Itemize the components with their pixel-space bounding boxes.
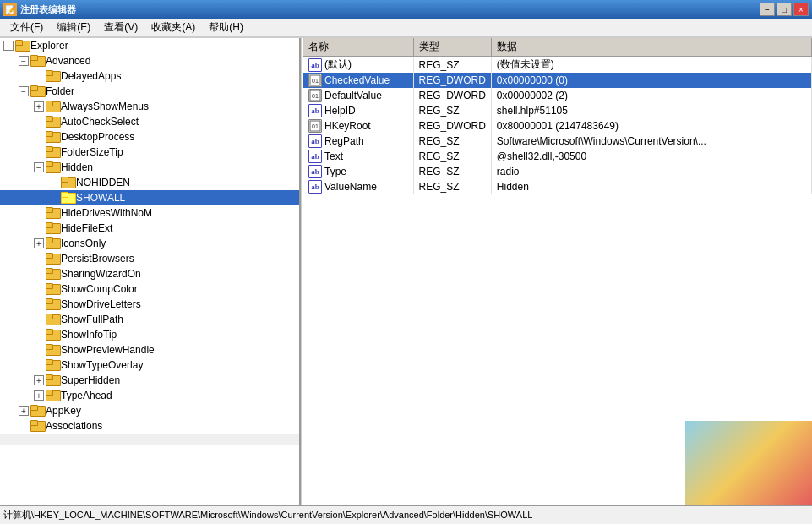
table-row-regpath[interactable]: abRegPathREG_SZSoftware\Microsoft\Window… (303, 134, 812, 149)
tree-node-foldersizetip[interactable]: FolderSizeTip (0, 145, 299, 160)
tree-hscroll[interactable] (0, 434, 299, 445)
cell-type-default: REG_SZ (413, 57, 491, 74)
tree-node-explorer[interactable]: −Explorer (0, 38, 299, 53)
tree-node-autocheckselect[interactable]: AutoCheckSelect (0, 114, 299, 129)
table-row-default[interactable]: ab(默认)REG_SZ(数值未设置) (303, 57, 812, 74)
menu-file[interactable]: 文件(F) (3, 19, 50, 36)
tree-pane[interactable]: −Explorer−AdvancedDelayedApps−Folder+Alw… (0, 38, 300, 505)
restore-button[interactable]: □ (777, 3, 792, 16)
close-button[interactable]: × (793, 3, 809, 16)
node-label-showcompcolor: ShowCompColor (61, 283, 138, 295)
tree-node-delayedapps[interactable]: DelayedApps (0, 68, 299, 84)
folder-icon-superhidden (46, 374, 59, 387)
folder-icon-explorer (15, 39, 29, 52)
cell-type-type_row: REG_SZ (413, 164, 491, 179)
tree-node-hidedriveswhinom[interactable]: HideDrivesWithNoM (0, 205, 299, 221)
tree-node-showdriveletters[interactable]: ShowDriveLetters (0, 297, 299, 312)
folder-icon-showcompcolor (46, 282, 59, 296)
cell-type-regpath: REG_SZ (413, 134, 491, 149)
expand-btn-folder[interactable]: − (19, 86, 29, 96)
node-label-desktopprocess: DesktopProcess (61, 131, 134, 143)
tree-node-nohidden[interactable]: NOHIDDEN (0, 175, 299, 190)
expand-btn-appkey[interactable]: + (19, 406, 29, 416)
tree-node-showcompcolor[interactable]: ShowCompColor (0, 281, 299, 297)
status-bar: 计算机\HKEY_LOCAL_MACHINE\SOFTWARE\Microsof… (0, 505, 812, 524)
menu-edit[interactable]: 编辑(E) (50, 19, 97, 36)
title-bar-left: 📝 注册表编辑器 (3, 3, 76, 16)
name-text-text: Text (324, 150, 343, 162)
expand-btn-iconsonly[interactable]: + (34, 238, 44, 248)
node-label-showdriveletters: ShowDriveLetters (61, 298, 141, 310)
folder-icon-appkey (30, 404, 44, 418)
col-data[interactable]: 数据 (491, 38, 811, 57)
node-label-folder: Folder (46, 85, 74, 97)
menu-favorites[interactable]: 收藏夹(A) (144, 19, 202, 36)
expand-btn-alwaysshowmenus[interactable]: + (34, 101, 44, 112)
expand-btn-hidden[interactable]: − (34, 162, 44, 172)
folder-icon-alwaysshowmenus (46, 100, 59, 113)
expand-btn-superhidden[interactable]: + (34, 375, 44, 385)
name-text-regpath: RegPath (324, 135, 364, 147)
cell-name-regpath: abRegPath (303, 134, 413, 149)
tree-node-superhidden[interactable]: +SuperHidden (0, 373, 299, 388)
tree-node-persistbrowsers[interactable]: PersistBrowsers (0, 251, 299, 266)
reg-icon-type_row: ab (308, 165, 322, 178)
col-type[interactable]: 类型 (413, 38, 491, 57)
table-row-text[interactable]: abTextREG_SZ@shell32.dll,-30500 (303, 149, 812, 164)
tree-node-typeahead[interactable]: +TypeAhead (0, 388, 299, 403)
tree-node-showtypeoverlay[interactable]: ShowTypeOverlay (0, 358, 299, 373)
cell-name-hkeyroot: 01HKeyRoot (303, 118, 413, 134)
tree-node-showpreviewhandle[interactable]: ShowPreviewHandle (0, 342, 299, 358)
node-label-persistbrowsers: PersistBrowsers (61, 253, 134, 265)
folder-icon-showfullpath (46, 313, 59, 326)
table-row-defaultvalue[interactable]: 01DefaultValueREG_DWORD0x00000002 (2) (303, 88, 812, 103)
tree-node-desktopprocess[interactable]: DesktopProcess (0, 129, 299, 145)
menu-bar: 文件(F) 编辑(E) 查看(V) 收藏夹(A) 帮助(H) (0, 19, 812, 37)
table-row-hkeyroot[interactable]: 01HKeyRootREG_DWORD0x80000001 (214748364… (303, 118, 812, 134)
minimize-button[interactable]: − (760, 3, 775, 16)
name-text-type_row: Type (324, 166, 346, 177)
menu-help[interactable]: 帮助(H) (202, 19, 250, 36)
tree-node-sharingwizardon[interactable]: SharingWizardOn (0, 266, 299, 281)
menu-view[interactable]: 查看(V) (97, 19, 144, 36)
folder-icon-showinfotip (46, 328, 59, 341)
tree-node-showall[interactable]: SHOWALL (0, 190, 299, 205)
tree-node-showinfotip[interactable]: ShowInfoTip (0, 327, 299, 342)
reg-icon-defaultvalue: 01 (308, 89, 322, 102)
table-row-helpid[interactable]: abHelpIDREG_SZshell.hlp#51105 (303, 103, 812, 118)
col-name[interactable]: 名称 (303, 38, 413, 57)
tree-node-hidden[interactable]: −Hidden (0, 160, 299, 175)
folder-icon-folder (30, 85, 44, 98)
cell-name-checkedvalue: 01CheckedValue (303, 73, 413, 88)
table-row-type_row[interactable]: abTypeREG_SZradio (303, 164, 812, 179)
registry-table: 名称 类型 数据 ab(默认)REG_SZ(数值未设置)01CheckedVal… (303, 38, 812, 194)
reg-icon-valuename: ab (308, 180, 322, 194)
node-label-hidedriveswhinom: HideDrivesWithNoM (61, 207, 152, 219)
table-header: 名称 类型 数据 (303, 38, 812, 57)
cell-name-type_row: abType (303, 164, 413, 179)
expand-btn-typeahead[interactable]: + (34, 390, 44, 401)
tree-node-alwaysshowmenus[interactable]: +AlwaysShowMenus (0, 99, 299, 114)
tree-node-hidefileext[interactable]: HideFileExt (0, 221, 299, 236)
table-row-valuename[interactable]: abValueNameREG_SZHidden (303, 179, 812, 194)
tree-node-appkey[interactable]: +AppKey (0, 403, 299, 418)
tree-node-showfullpath[interactable]: ShowFullPath (0, 312, 299, 327)
expand-btn-advanced[interactable]: − (19, 56, 29, 66)
cell-data-default: (数值未设置) (491, 57, 811, 74)
node-label-foldersizetip: FolderSizeTip (61, 146, 123, 158)
name-text-helpid: HelpID (324, 105, 356, 117)
tree-node-iconsonly[interactable]: +IconsOnly (0, 236, 299, 251)
cell-data-regpath: Software\Microsoft\Windows\CurrentVersio… (491, 134, 811, 149)
table-row-checkedvalue[interactable]: 01CheckedValueREG_DWORD0x00000000 (0) (303, 73, 812, 88)
name-text-checkedvalue: CheckedValue (324, 74, 390, 86)
tree-node-associations[interactable]: Associations (0, 418, 299, 434)
cell-data-text: @shell32.dll,-30500 (491, 149, 811, 164)
node-label-advanced: Advanced (46, 55, 90, 67)
window-title: 注册表编辑器 (20, 3, 76, 16)
tree-node-folder[interactable]: −Folder (0, 84, 299, 99)
tree-node-advanced[interactable]: −Advanced (0, 53, 299, 68)
cell-data-type_row: radio (491, 164, 811, 179)
folder-icon-associations (30, 419, 44, 433)
expand-btn-explorer[interactable]: − (3, 41, 14, 51)
folder-icon-sharingwizardon (46, 267, 59, 281)
